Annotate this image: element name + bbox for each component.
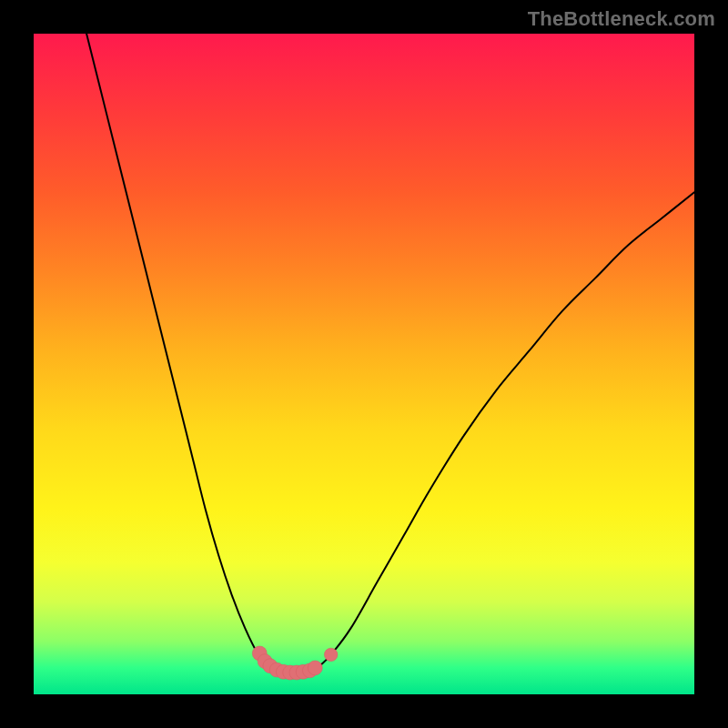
marker-layer [252, 646, 338, 680]
chart-frame: TheBottleneck.com [0, 0, 728, 728]
curve-marker [324, 648, 338, 662]
chart-svg [34, 34, 694, 694]
curve-left-branch [86, 34, 268, 667]
curve-right-branch [321, 192, 694, 664]
watermark-text: TheBottleneck.com [528, 7, 715, 31]
curve-marker [308, 661, 322, 675]
curve-layer [86, 34, 694, 672]
chart-plot-area [34, 34, 694, 694]
